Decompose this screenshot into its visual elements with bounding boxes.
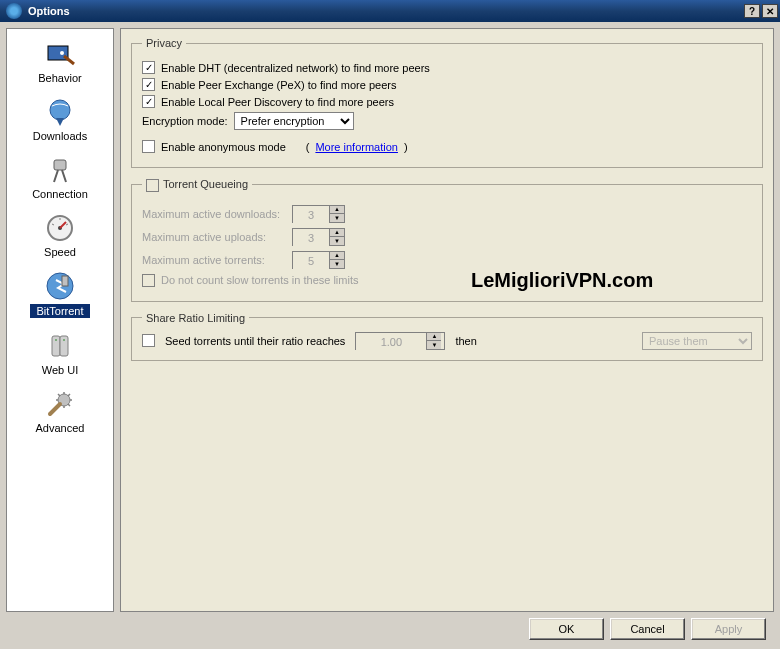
max-uploads-label: Maximum active uploads: xyxy=(142,231,292,243)
max-downloads-label: Maximum active downloads: xyxy=(142,208,292,220)
privacy-group: Privacy Enable DHT (decentralized networ… xyxy=(131,37,763,168)
more-info-paren: ( xyxy=(306,141,310,153)
share-ratio-legend: Share Ratio Limiting xyxy=(142,312,249,324)
max-torrents-spinner: ▲▼ xyxy=(292,251,345,269)
sidebar-item-label: Advanced xyxy=(36,422,85,434)
sidebar-item-label: Behavior xyxy=(38,72,81,84)
max-uploads-spinner: ▲▼ xyxy=(292,228,345,246)
speed-icon xyxy=(44,212,76,244)
max-torrents-input xyxy=(293,252,329,270)
window-title: Options xyxy=(26,5,744,17)
webui-icon xyxy=(44,330,76,362)
ratio-action-select: Pause them xyxy=(642,332,752,350)
apply-button[interactable]: Apply xyxy=(691,618,766,640)
queueing-legend: Torrent Queueing xyxy=(142,178,252,192)
svg-point-15 xyxy=(63,339,65,341)
no-count-slow-checkbox xyxy=(142,274,155,287)
spin-up-icon: ▲ xyxy=(330,252,344,261)
sidebar-item-speed[interactable]: Speed xyxy=(20,209,100,261)
sidebar-item-label: Speed xyxy=(44,246,76,258)
svg-point-14 xyxy=(55,339,57,341)
ok-button[interactable]: OK xyxy=(529,618,604,640)
connection-icon xyxy=(44,154,76,186)
then-label: then xyxy=(455,335,476,347)
enable-anon-checkbox[interactable] xyxy=(142,140,155,153)
spin-down-icon: ▼ xyxy=(427,341,441,349)
content-panel: Privacy Enable DHT (decentralized networ… xyxy=(120,28,774,612)
sidebar-item-label: Connection xyxy=(32,188,88,200)
encryption-mode-label: Encryption mode: xyxy=(142,115,228,127)
sidebar-item-label: BitTorrent xyxy=(30,304,89,318)
enable-pex-label: Enable Peer Exchange (PeX) to find more … xyxy=(161,79,396,91)
sidebar-item-downloads[interactable]: Downloads xyxy=(20,93,100,145)
downloads-icon xyxy=(44,96,76,128)
enable-lpd-label: Enable Local Peer Discovery to find more… xyxy=(161,96,394,108)
encryption-mode-select[interactable]: Prefer encryption xyxy=(234,112,354,130)
spin-down-icon: ▼ xyxy=(330,214,344,222)
spin-down-icon: ▼ xyxy=(330,237,344,245)
sidebar-item-webui[interactable]: Web UI xyxy=(20,327,100,379)
torrent-queueing-checkbox[interactable] xyxy=(146,179,159,192)
enable-dht-label: Enable DHT (decentralized network) to fi… xyxy=(161,62,430,74)
spin-down-icon: ▼ xyxy=(330,260,344,268)
max-torrents-label: Maximum active torrents: xyxy=(142,254,292,266)
spin-up-icon: ▲ xyxy=(330,229,344,238)
privacy-legend: Privacy xyxy=(142,37,186,49)
seed-until-checkbox[interactable] xyxy=(142,334,155,347)
cancel-button[interactable]: Cancel xyxy=(610,618,685,640)
enable-dht-checkbox[interactable] xyxy=(142,61,155,74)
ratio-input xyxy=(356,333,426,351)
help-button[interactable]: ? xyxy=(744,4,760,18)
max-downloads-spinner: ▲▼ xyxy=(292,205,345,223)
app-icon xyxy=(6,3,22,19)
more-information-link[interactable]: More information xyxy=(315,141,398,153)
more-info-paren-close: ) xyxy=(404,141,408,153)
svg-point-2 xyxy=(50,100,70,120)
category-sidebar: Behavior Downloads Connection Speed BitT xyxy=(6,28,114,612)
enable-lpd-checkbox[interactable] xyxy=(142,95,155,108)
sidebar-item-behavior[interactable]: Behavior xyxy=(20,35,100,87)
dialog-footer: OK Cancel Apply xyxy=(0,618,780,648)
svg-point-1 xyxy=(60,51,64,55)
queueing-group: Torrent Queueing Maximum active download… xyxy=(131,178,763,302)
spin-up-icon: ▲ xyxy=(330,206,344,215)
advanced-icon xyxy=(44,388,76,420)
max-uploads-input xyxy=(293,229,329,247)
sidebar-item-label: Web UI xyxy=(42,364,78,376)
sidebar-item-advanced[interactable]: Advanced xyxy=(20,385,100,437)
sidebar-item-connection[interactable]: Connection xyxy=(20,151,100,203)
seed-until-label: Seed torrents until their ratio reaches xyxy=(165,335,345,347)
titlebar: Options ? ✕ xyxy=(0,0,780,22)
enable-anon-label: Enable anonymous mode xyxy=(161,141,286,153)
close-button[interactable]: ✕ xyxy=(762,4,778,18)
share-ratio-group: Share Ratio Limiting Seed torrents until… xyxy=(131,312,763,361)
sidebar-item-bittorrent[interactable]: BitTorrent xyxy=(20,267,100,321)
bittorrent-icon xyxy=(44,270,76,302)
behavior-icon xyxy=(44,38,76,70)
ratio-spinner: ▲▼ xyxy=(355,332,445,350)
max-downloads-input xyxy=(293,206,329,224)
no-count-slow-label: Do not count slow torrents in these limi… xyxy=(161,274,358,286)
spin-up-icon: ▲ xyxy=(427,333,441,342)
svg-rect-11 xyxy=(62,276,68,286)
sidebar-item-label: Downloads xyxy=(33,130,87,142)
svg-rect-3 xyxy=(54,160,66,170)
enable-pex-checkbox[interactable] xyxy=(142,78,155,91)
